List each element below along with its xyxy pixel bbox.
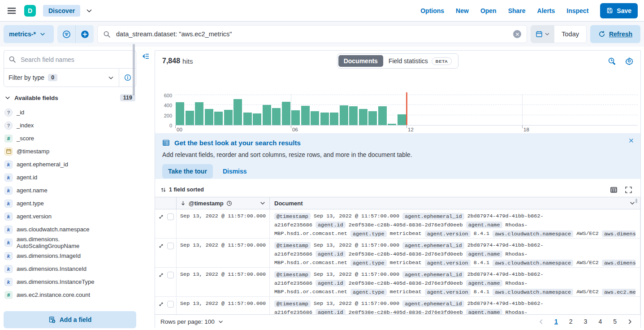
histogram-bar[interactable] (359, 109, 367, 125)
tab-field-statistics[interactable]: Field statisticsBETA (383, 55, 457, 67)
breadcrumb-chevron-icon[interactable] (86, 7, 93, 14)
save-button[interactable]: Save (600, 3, 638, 18)
histogram-bar[interactable] (368, 111, 377, 125)
histogram-bar[interactable] (349, 106, 358, 125)
histogram-bar[interactable] (186, 111, 194, 125)
topbar-link-inspect[interactable]: Inspect (566, 7, 588, 14)
discover-app-logo[interactable]: D (24, 5, 36, 17)
topbar-link-new[interactable]: New (456, 7, 469, 14)
data-view-picker[interactable]: metrics-* (4, 25, 54, 43)
tab-documents[interactable]: Documents (338, 55, 383, 67)
page-2[interactable]: 2 (566, 317, 576, 326)
saved-query-filter-icon[interactable] (57, 25, 75, 43)
timestamp-column-header[interactable]: @timestamp (177, 197, 270, 209)
field-item-agent.id[interactable]: kagent.id (4, 171, 136, 184)
previous-page-icon[interactable] (536, 318, 546, 325)
refresh-button[interactable]: Refresh (590, 25, 640, 43)
histogram-bar[interactable] (272, 108, 281, 125)
field-item-aws.cloudwatch.namespace[interactable]: kaws.cloudwatch.namespace (4, 223, 136, 236)
topbar-link-alerts[interactable]: Alerts (537, 7, 555, 14)
histogram-bar[interactable] (340, 105, 348, 125)
histogram-bar[interactable] (224, 110, 233, 126)
add-filter-icon[interactable] (76, 25, 94, 43)
histogram-bar[interactable] (205, 109, 213, 125)
field-name-pill: agent.id (316, 251, 346, 257)
fullscreen-icon[interactable] (625, 186, 632, 194)
collapse-sidebar-icon[interactable] (142, 52, 149, 60)
field-item-aws.dimensions.AutoScalingGroupName[interactable]: kaws.dimensions.AutoScalingGroupName (4, 236, 136, 249)
histogram-bar[interactable] (378, 106, 387, 125)
filter-by-type-dropdown[interactable]: Filter by type 0 (4, 69, 119, 87)
topbar-link-open[interactable]: Open (480, 7, 497, 14)
document-column-header[interactable]: Document (270, 197, 640, 209)
page-3[interactable]: 3 (581, 317, 591, 326)
histogram-bar[interactable] (320, 113, 329, 125)
display-options-icon[interactable] (610, 186, 618, 194)
histogram-bar[interactable] (233, 99, 242, 125)
next-page-icon[interactable] (625, 318, 635, 325)
add-field-button[interactable]: Add a field (4, 311, 136, 328)
expand-row-icon[interactable] (158, 243, 164, 249)
histogram-chart[interactable]: 0200400600 00Sep 13, 2022061218 Sep 13, … (155, 71, 640, 120)
topbar-link-options[interactable]: Options (420, 7, 444, 14)
field-item-aws.dimensions.InstanceType[interactable]: kaws.dimensions.InstanceType (4, 275, 136, 288)
breadcrumb[interactable]: Discover (43, 5, 80, 17)
dismiss-button[interactable]: Dismiss (223, 168, 247, 175)
histogram-bar[interactable] (388, 124, 396, 125)
histogram-bar[interactable] (291, 110, 300, 125)
close-callout-icon[interactable] (628, 138, 634, 143)
field-item-@timestamp[interactable]: @timestamp (4, 145, 136, 158)
query-input[interactable] (115, 30, 509, 38)
available-fields-header[interactable]: Available fields 119 (4, 94, 135, 101)
field-item-_index[interactable]: ?_index (4, 119, 136, 132)
rows-per-page-button[interactable]: Rows per page: 100 (160, 318, 224, 325)
table-row: Sep 13, 2022 @ 11:57:00.000@timestamp Se… (155, 268, 640, 297)
row-checkbox[interactable] (167, 301, 174, 308)
histogram-plot[interactable]: 00Sep 13, 2022061218 (175, 94, 638, 126)
histogram-bar[interactable] (398, 114, 406, 125)
histogram-bar[interactable] (176, 102, 184, 125)
row-checkbox[interactable] (167, 213, 174, 220)
field-item-_id[interactable]: ?_id (4, 106, 136, 119)
table-scrollbar[interactable] (635, 199, 637, 203)
histogram-bar[interactable] (214, 112, 223, 125)
topbar-link-share[interactable]: Share (508, 7, 526, 14)
histogram-bar[interactable] (253, 113, 261, 125)
chevron-down-icon[interactable] (259, 200, 266, 206)
calendar-dropdown-button[interactable] (531, 26, 554, 43)
expand-row-icon[interactable] (158, 301, 164, 307)
page-5[interactable]: 5 (610, 317, 620, 326)
hamburger-menu-icon[interactable] (6, 5, 17, 16)
take-the-tour-button[interactable]: Take the tour (162, 164, 213, 178)
histogram-bar[interactable] (263, 105, 271, 125)
page-4[interactable]: 4 (595, 317, 605, 326)
histogram-bar[interactable] (311, 111, 319, 125)
chevron-down-icon[interactable] (629, 200, 635, 206)
expand-row-icon[interactable] (158, 272, 164, 278)
sorted-fields-button[interactable]: 1 field sorted (160, 187, 204, 193)
sidebar-scrollbar[interactable] (133, 44, 135, 96)
field-item-_score[interactable]: #_score (4, 132, 136, 145)
row-checkbox[interactable] (167, 243, 174, 249)
histogram-bar[interactable] (195, 102, 203, 125)
histogram-bar[interactable] (301, 106, 310, 125)
clear-query-icon[interactable] (513, 30, 521, 38)
field-item-agent.name[interactable]: kagent.name (4, 184, 136, 197)
expand-row-icon[interactable] (158, 214, 164, 220)
search-sessions-icon[interactable] (608, 57, 616, 65)
field-item-aws.ec2.instance.core.count[interactable]: #aws.ec2.instance.core.count (4, 288, 136, 301)
field-item-agent.version[interactable]: kagent.version (4, 210, 136, 223)
topbar-links: OptionsNewOpenShareAlertsInspect (420, 7, 588, 14)
field-item-aws.dimensions.ImageId[interactable]: kaws.dimensions.ImageId (4, 249, 136, 262)
field-item-aws.dimensions.InstanceId[interactable]: kaws.dimensions.InstanceId (4, 262, 136, 275)
histogram-bar[interactable] (330, 113, 338, 125)
histogram-bar[interactable] (282, 102, 290, 125)
field-search-input[interactable] (20, 56, 131, 64)
chart-options-gear-icon[interactable] (625, 57, 633, 65)
histogram-bar[interactable] (243, 113, 252, 125)
row-checkbox[interactable] (167, 272, 174, 278)
field-item-agent.ephemeral_id[interactable]: kagent.ephemeral_id (4, 158, 136, 171)
page-1[interactable]: 1 (551, 317, 561, 326)
field-item-agent.type[interactable]: kagent.type (4, 197, 136, 210)
date-range-today-button[interactable]: Today (554, 26, 586, 43)
